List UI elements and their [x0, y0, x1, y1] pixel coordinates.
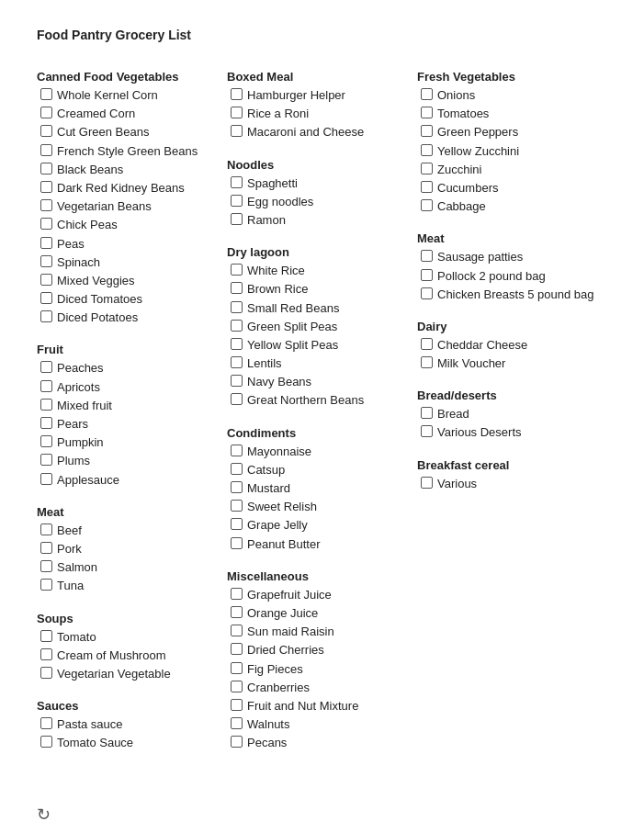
checkbox-icon[interactable] — [231, 88, 243, 100]
checkbox-icon[interactable] — [421, 199, 433, 211]
list-item[interactable]: Pumpkin — [37, 434, 218, 451]
list-item[interactable]: Cucumbers — [417, 180, 598, 197]
checkbox-icon[interactable] — [231, 500, 243, 512]
checkbox-icon[interactable] — [231, 375, 243, 387]
list-item[interactable]: Small Red Beans — [227, 300, 408, 317]
checkbox-icon[interactable] — [231, 320, 243, 332]
checkbox-icon[interactable] — [40, 310, 52, 322]
list-item[interactable]: Peanut Butter — [227, 536, 408, 553]
list-item[interactable]: Peas — [37, 236, 218, 253]
checkbox-icon[interactable] — [421, 407, 433, 419]
checkbox-icon[interactable] — [231, 518, 243, 530]
list-item[interactable]: Grape Jelly — [227, 517, 408, 534]
list-item[interactable]: Tomato — [37, 629, 218, 646]
list-item[interactable]: Catsup — [227, 462, 408, 478]
checkbox-icon[interactable] — [40, 579, 52, 591]
checkbox-icon[interactable] — [231, 537, 243, 549]
list-item[interactable]: Peaches — [37, 360, 218, 377]
list-item[interactable]: French Style Green Beans — [37, 143, 218, 160]
checkbox-icon[interactable] — [231, 643, 243, 655]
list-item[interactable]: Dried Cherries — [227, 642, 408, 659]
list-item[interactable]: Pollock 2 pound bag — [417, 268, 598, 285]
checkbox-icon[interactable] — [40, 435, 52, 447]
list-item[interactable]: Ramon — [227, 212, 408, 229]
checkbox-icon[interactable] — [231, 662, 243, 674]
checkbox-icon[interactable] — [231, 481, 243, 493]
checkbox-icon[interactable] — [40, 667, 52, 679]
list-item[interactable]: Mixed Veggies — [37, 273, 218, 289]
list-item[interactable]: Orange Juice — [227, 605, 408, 622]
list-item[interactable]: Sweet Relish — [227, 499, 408, 515]
checkbox-icon[interactable] — [40, 199, 52, 211]
checkbox-icon[interactable] — [40, 144, 52, 156]
list-item[interactable]: White Rice — [227, 263, 408, 279]
list-item[interactable]: Yellow Zucchini — [417, 143, 598, 160]
checkbox-icon[interactable] — [40, 125, 52, 137]
list-item[interactable]: Brown Rice — [227, 281, 408, 298]
checkbox-icon[interactable] — [421, 181, 433, 193]
list-item[interactable]: Apricots — [37, 379, 218, 396]
checkbox-icon[interactable] — [40, 237, 52, 249]
list-item[interactable]: Vegetarian Beans — [37, 198, 218, 215]
list-item[interactable]: Vegetarian Vegetable — [37, 666, 218, 682]
checkbox-icon[interactable] — [231, 125, 243, 137]
list-item[interactable]: Plums — [37, 453, 218, 469]
checkbox-icon[interactable] — [231, 301, 243, 313]
checkbox-icon[interactable] — [421, 163, 433, 174]
list-item[interactable]: Sun maid Raisin — [227, 624, 408, 640]
checkbox-icon[interactable] — [231, 463, 243, 475]
list-item[interactable]: Chick Peas — [37, 217, 218, 233]
list-item[interactable]: Zucchini — [417, 162, 598, 178]
list-item[interactable]: Mustard — [227, 480, 408, 497]
list-item[interactable]: Dark Red Kidney Beans — [37, 180, 218, 197]
checkbox-icon[interactable] — [421, 250, 433, 262]
list-item[interactable]: Black Beans — [37, 162, 218, 178]
checkbox-icon[interactable] — [231, 625, 243, 636]
list-item[interactable]: Tomato Sauce — [37, 735, 218, 751]
checkbox-icon[interactable] — [231, 282, 243, 294]
checkbox-icon[interactable] — [421, 144, 433, 156]
checkbox-icon[interactable] — [40, 648, 52, 660]
checkbox-icon[interactable] — [231, 588, 243, 600]
list-item[interactable]: Bread — [417, 406, 598, 422]
checkbox-icon[interactable] — [421, 107, 433, 118]
list-item[interactable]: Tuna — [37, 578, 218, 594]
list-item[interactable]: Beef — [37, 523, 218, 539]
checkbox-icon[interactable] — [231, 213, 243, 225]
checkbox-icon[interactable] — [40, 473, 52, 485]
checkbox-icon[interactable] — [40, 274, 52, 286]
checkbox-icon[interactable] — [421, 125, 433, 137]
checkbox-icon[interactable] — [421, 88, 433, 100]
list-item[interactable]: Spaghetti — [227, 175, 408, 192]
list-item[interactable]: Cabbage — [417, 198, 598, 215]
list-item[interactable]: Navy Beans — [227, 374, 408, 390]
checkbox-icon[interactable] — [231, 445, 243, 456]
checkbox-icon[interactable] — [231, 264, 243, 276]
checkbox-icon[interactable] — [40, 255, 52, 267]
list-item[interactable]: Great Northern Beans — [227, 392, 408, 409]
list-item[interactable]: Fig Pieces — [227, 661, 408, 678]
list-item[interactable]: Milk Voucher — [417, 355, 598, 372]
list-item[interactable]: Onions — [417, 87, 598, 104]
list-item[interactable]: Salmon — [37, 559, 218, 576]
checkbox-icon[interactable] — [421, 477, 433, 489]
checkbox-icon[interactable] — [40, 523, 52, 535]
list-item[interactable]: Macaroni and Cheese — [227, 124, 408, 141]
list-item[interactable]: Egg noodles — [227, 194, 408, 210]
refresh-icon[interactable]: ↻ — [37, 805, 51, 824]
checkbox-icon[interactable] — [40, 560, 52, 572]
checkbox-icon[interactable] — [231, 717, 243, 729]
checkbox-icon[interactable] — [40, 163, 52, 174]
list-item[interactable]: Pecans — [227, 735, 408, 751]
checkbox-icon[interactable] — [231, 338, 243, 350]
checkbox-icon[interactable] — [40, 717, 52, 729]
list-item[interactable]: Mixed fruit — [37, 398, 218, 414]
list-item[interactable]: Grapefruit Juice — [227, 587, 408, 603]
list-item[interactable]: Cut Green Beans — [37, 124, 218, 141]
list-item[interactable]: Diced Potatoes — [37, 310, 218, 326]
list-item[interactable]: Cream of Mushroom — [37, 647, 218, 664]
checkbox-icon[interactable] — [40, 399, 52, 411]
checkbox-icon[interactable] — [231, 107, 243, 118]
list-item[interactable]: Various Deserts — [417, 424, 598, 441]
checkbox-icon[interactable] — [231, 681, 243, 692]
